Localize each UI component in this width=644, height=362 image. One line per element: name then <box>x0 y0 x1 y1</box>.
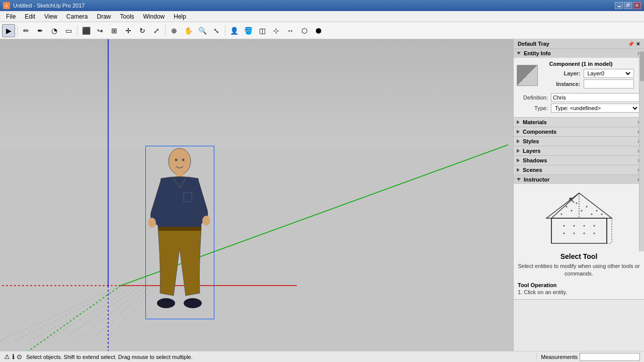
svg-point-31 <box>586 206 587 208</box>
viewport[interactable] <box>0 39 513 351</box>
materials-section[interactable]: Materials ✕ <box>514 118 644 127</box>
menu-camera[interactable]: Camera <box>62 12 92 21</box>
shape-tool-button[interactable]: ▭ <box>62 24 75 37</box>
instructor-section: Instructor ✕ <box>514 175 644 300</box>
shadows-expand-icon <box>517 158 520 162</box>
entity-info-collapse-icon <box>517 52 521 55</box>
scale-button[interactable]: ⤢ <box>150 24 163 37</box>
pencil-tool-button[interactable]: ✒ <box>34 24 47 37</box>
orbit-button[interactable]: ⊕ <box>168 24 181 37</box>
svg-point-26 <box>573 233 575 234</box>
svg-point-27 <box>583 233 585 234</box>
menu-draw[interactable]: Draw <box>93 12 115 21</box>
instructor-image <box>539 188 619 248</box>
measurements-box: Measurements <box>536 353 640 361</box>
menu-tools[interactable]: Tools <box>116 12 138 21</box>
svg-point-22 <box>573 225 575 227</box>
axes-button[interactable]: ⊹ <box>270 24 283 37</box>
menu-help[interactable]: Help <box>170 12 190 21</box>
title-bar-controls[interactable]: 🗕 🗗 ✕ <box>615 2 641 9</box>
type-label: Type: <box>517 105 551 111</box>
menu-edit[interactable]: Edit <box>21 12 39 21</box>
select-tool-label: Select Tool <box>518 252 640 260</box>
svg-point-6 <box>184 298 202 308</box>
type-select[interactable]: Type: <undefined> <box>553 104 639 112</box>
scenes-title: Scenes <box>517 167 542 173</box>
viewport-canvas <box>0 39 513 351</box>
arc-tool-button[interactable]: ◔ <box>48 24 61 37</box>
title-bar: S Untitled - SketchUp Pro 2017 🗕 🗗 ✕ <box>0 0 644 11</box>
move-button[interactable]: ✛ <box>122 24 135 37</box>
paint-bucket-button[interactable]: 🪣 <box>242 24 255 37</box>
layers-section[interactable]: Layers ✕ <box>514 146 644 156</box>
main-layout: Default Tray 📌 ✕ Entity Info ✕ Component… <box>0 39 644 351</box>
shadows-section[interactable]: Shadows ✕ <box>514 156 644 165</box>
measurements-input[interactable] <box>580 353 640 361</box>
svg-point-24 <box>593 225 595 227</box>
definition-value: Chris <box>551 93 641 102</box>
menu-view[interactable]: View <box>40 12 61 21</box>
toolbar-separator-1 <box>17 25 18 36</box>
type-value-dropdown[interactable]: Type: <undefined> <box>551 104 641 113</box>
definition-field-row: Definition: Chris <box>517 93 641 102</box>
select-tool-button[interactable]: ▶ <box>2 24 15 37</box>
components-section[interactable]: Components ✕ <box>514 127 644 137</box>
layer-select[interactable]: Layer0 <box>586 69 632 77</box>
tray-title: Default Tray <box>518 41 549 47</box>
pan-button[interactable]: ✋ <box>182 24 195 37</box>
panel-scrollbar-track[interactable] <box>639 50 644 251</box>
toolbar-separator-4 <box>225 25 225 36</box>
person-figure <box>146 147 214 318</box>
status-icon-1[interactable]: ⚠ <box>4 353 10 360</box>
zoom-button[interactable]: 🔍 <box>196 24 209 37</box>
house-svg <box>541 191 617 246</box>
layer-field-row: Layer: Layer0 <box>549 69 634 78</box>
scenes-expand-icon <box>517 168 520 172</box>
maximize-button[interactable]: 🗗 <box>624 2 632 9</box>
select-tool-desc: Select entities to modify when using oth… <box>518 262 640 278</box>
instructor-header[interactable]: Instructor ✕ <box>514 175 644 184</box>
push-pull-button[interactable]: ⬛ <box>79 24 93 37</box>
tray-pin-icon[interactable]: 📌 <box>628 41 634 47</box>
svg-point-21 <box>563 225 565 227</box>
styles-section[interactable]: Styles ✕ <box>514 137 644 146</box>
dimensions-button[interactable]: ↔ <box>284 24 297 37</box>
sandbox-button[interactable]: ⬢ <box>312 24 325 37</box>
entity-info-section: Entity Info ✕ Component (1 in model) Lay… <box>514 49 644 118</box>
instructor-content: ↖ Select Tool Select entities to modify … <box>514 184 644 299</box>
instance-value-input[interactable] <box>584 79 634 88</box>
rotate-button[interactable]: ↻ <box>136 24 149 37</box>
section-plane-button[interactable]: ◫ <box>256 24 269 37</box>
svg-point-9 <box>182 159 185 161</box>
offset-button[interactable]: ⊞ <box>108 24 121 37</box>
follow-me-button[interactable]: ↪ <box>94 24 107 37</box>
panel-scrollbar-thumb[interactable] <box>640 51 644 81</box>
right-panel: Default Tray 📌 ✕ Entity Info ✕ Component… <box>513 39 644 351</box>
tray-close-icon[interactable]: ✕ <box>636 41 640 47</box>
status-icon-2[interactable]: ℹ <box>12 353 15 360</box>
definition-label: Definition: <box>517 95 551 101</box>
svg-point-35 <box>591 214 592 215</box>
status-icon-3[interactable]: ⊙ <box>17 353 22 360</box>
cursor-indicator: ↖ <box>568 195 576 206</box>
tool-operation-title: Tool Operation <box>518 282 640 288</box>
menu-file[interactable]: File <box>2 12 20 21</box>
svg-point-29 <box>566 206 567 208</box>
instance-input[interactable] <box>586 81 632 87</box>
scenes-section[interactable]: Scenes ✕ <box>514 165 644 175</box>
close-button[interactable]: ✕ <box>633 2 641 9</box>
entity-info-content: Component (1 in model) Layer: Layer0 Ins… <box>514 58 644 117</box>
instructor-title: Instructor <box>517 176 549 183</box>
components-button[interactable]: ⬡ <box>298 24 311 37</box>
svg-point-37 <box>560 214 562 215</box>
zoom-extents-button[interactable]: ⤡ <box>210 24 223 37</box>
menu-window[interactable]: Window <box>139 12 169 21</box>
entity-info-header[interactable]: Entity Info ✕ <box>514 49 644 58</box>
styles-title: Styles <box>517 138 539 144</box>
minimize-button[interactable]: 🗕 <box>615 2 623 9</box>
layer-value-dropdown[interactable]: Layer0 <box>584 69 634 78</box>
eraser-tool-button[interactable]: ✏ <box>20 24 33 37</box>
svg-point-2 <box>148 218 156 228</box>
walk-button[interactable]: 👤 <box>227 24 240 37</box>
toolbar-separator-3 <box>165 25 166 36</box>
